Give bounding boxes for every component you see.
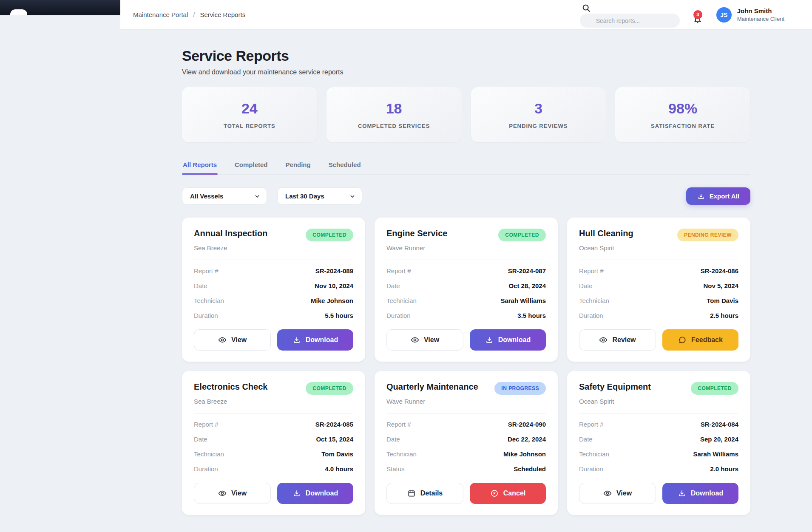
view-button[interactable]: View — [386, 329, 463, 351]
download-icon — [292, 336, 301, 344]
header: Maintenance Portal / Service Reports 3 J… — [120, 0, 812, 30]
eye-icon — [218, 336, 227, 344]
vessel-filter-value: All Vessels — [190, 192, 223, 200]
status-badge: COMPLETED — [498, 229, 546, 241]
report-card: Safety Equipment COMPLETED Ocean Spirit … — [567, 371, 750, 515]
divider — [194, 260, 353, 260]
filters-row: All Vessels Last 30 Days Export All — [182, 187, 750, 205]
eye-icon — [599, 336, 608, 344]
main-content: Service Reports View and download your m… — [120, 48, 812, 532]
divider — [194, 413, 353, 413]
duration-row: Duration 2.5 hours — [579, 308, 738, 323]
sidebar-top — [0, 0, 120, 15]
stat-label: PENDING REVIEWS — [509, 123, 568, 129]
stat-value: 3 — [534, 100, 542, 117]
report-title: Hull Cleaning — [579, 229, 633, 238]
stat-satisfaction-rate: 98% SATISFACTION RATE — [615, 87, 750, 142]
stat-label: COMPLETED SERVICES — [358, 123, 430, 129]
download-icon — [292, 489, 301, 498]
breadcrumb-root[interactable]: Maintenance Portal — [133, 11, 188, 18]
download-button[interactable]: Download — [470, 329, 546, 351]
stat-label: SATISFACTION RATE — [651, 123, 715, 129]
export-all-button[interactable]: Export All — [686, 187, 750, 205]
vessel-filter-select[interactable]: All Vessels — [182, 187, 267, 205]
tabs: All Reports Completed Pending Scheduled — [182, 161, 750, 175]
report-title: Engine Service — [386, 229, 447, 238]
date-row: Date Oct 15, 2024 — [194, 432, 353, 447]
cancel-button[interactable]: Cancel — [470, 483, 546, 504]
divider — [386, 413, 546, 413]
vessel-name: Sea Breeze — [194, 398, 353, 405]
report-title: Electronics Check — [194, 382, 267, 392]
report-number-row: Report # SR-2024-087 — [386, 263, 546, 278]
notifications-button[interactable]: 3 — [693, 5, 704, 25]
tab-scheduled[interactable]: Scheduled — [328, 161, 362, 174]
avatar: JS — [716, 7, 732, 23]
chevron-down-icon — [349, 193, 356, 200]
date-row: Date Sep 20, 2024 — [579, 432, 738, 447]
report-card: Hull Cleaning PENDING REVIEW Ocean Spiri… — [567, 218, 750, 362]
top-bar: Maintenance Portal / Service Reports 3 J… — [0, 0, 812, 30]
vessel-name: Ocean Spirit — [579, 398, 738, 405]
status-badge: COMPLETED — [691, 382, 738, 395]
user-menu[interactable]: JS John Smith Maintenance Client — [716, 7, 784, 23]
export-all-label: Export All — [710, 192, 739, 200]
report-title: Quarterly Maintenance — [386, 382, 478, 392]
calendar-icon — [407, 489, 416, 498]
user-role: Maintenance Client — [737, 16, 784, 22]
technician-row: Technician Sarah Williams — [386, 293, 546, 308]
download-button[interactable]: Download — [662, 483, 738, 504]
date-row: Date Nov 5, 2024 — [579, 278, 738, 293]
report-cards-grid: Annual Inspection COMPLETED Sea Breeze R… — [182, 218, 750, 515]
report-number-row: Report # SR-2024-085 — [194, 417, 353, 432]
tab-completed[interactable]: Completed — [234, 161, 269, 174]
eye-icon — [603, 489, 612, 498]
download-icon — [485, 336, 494, 344]
report-card: Annual Inspection COMPLETED Sea Breeze R… — [182, 218, 365, 362]
report-title: Annual Inspection — [194, 229, 267, 238]
notification-count-badge: 3 — [693, 10, 702, 19]
status-badge: IN PROGRESS — [494, 382, 546, 395]
header-right: 3 JS John Smith Maintenance Client — [580, 2, 784, 28]
stat-completed-services: 18 COMPLETED SERVICES — [327, 87, 462, 142]
download-button[interactable]: Download — [277, 329, 353, 351]
user-name: John Smith — [737, 7, 784, 14]
review-button[interactable]: Review — [579, 329, 656, 351]
report-number-row: Report # SR-2024-089 — [194, 263, 353, 278]
breadcrumb-separator: / — [193, 11, 195, 18]
report-title: Safety Equipment — [579, 382, 651, 392]
divider — [579, 413, 738, 413]
technician-row: Technician Mike Johnson — [386, 447, 546, 461]
view-button[interactable]: View — [194, 329, 271, 351]
status-row: Status Scheduled — [386, 461, 546, 476]
breadcrumb: Maintenance Portal / Service Reports — [133, 11, 245, 18]
user-info: John Smith Maintenance Client — [737, 7, 784, 22]
status-badge: COMPLETED — [306, 229, 353, 241]
stat-pending-reviews: 3 PENDING REVIEWS — [471, 87, 606, 142]
breadcrumb-current: Service Reports — [200, 11, 245, 18]
date-row: Date Nov 10, 2024 — [194, 278, 353, 293]
tab-pending[interactable]: Pending — [285, 161, 312, 174]
tab-all-reports[interactable]: All Reports — [182, 161, 218, 174]
report-number-row: Report # SR-2024-084 — [579, 417, 738, 432]
view-button[interactable]: View — [579, 483, 656, 504]
download-icon — [697, 192, 705, 200]
stat-value: 98% — [668, 100, 697, 117]
download-button[interactable]: Download — [277, 483, 353, 504]
technician-row: Technician Tom Davis — [194, 447, 353, 461]
date-range-select[interactable]: Last 30 Days — [277, 187, 362, 205]
details-button[interactable]: Details — [386, 483, 463, 504]
eye-icon — [218, 489, 227, 498]
stat-total-reports: 24 TOTAL REPORTS — [182, 87, 317, 142]
app-logo[interactable] — [10, 9, 27, 15]
view-button[interactable]: View — [194, 483, 271, 504]
feedback-button[interactable]: Feedback — [662, 329, 738, 351]
vessel-name: Sea Breeze — [194, 244, 353, 252]
divider — [386, 260, 546, 260]
technician-row: Technician Mike Johnson — [194, 293, 353, 308]
vessel-name: Wave Runner — [386, 398, 546, 405]
stat-value: 18 — [386, 100, 402, 117]
search-input[interactable] — [580, 14, 680, 28]
report-number-row: Report # SR-2024-086 — [579, 263, 738, 278]
report-card: Electronics Check COMPLETED Sea Breeze R… — [182, 371, 365, 515]
